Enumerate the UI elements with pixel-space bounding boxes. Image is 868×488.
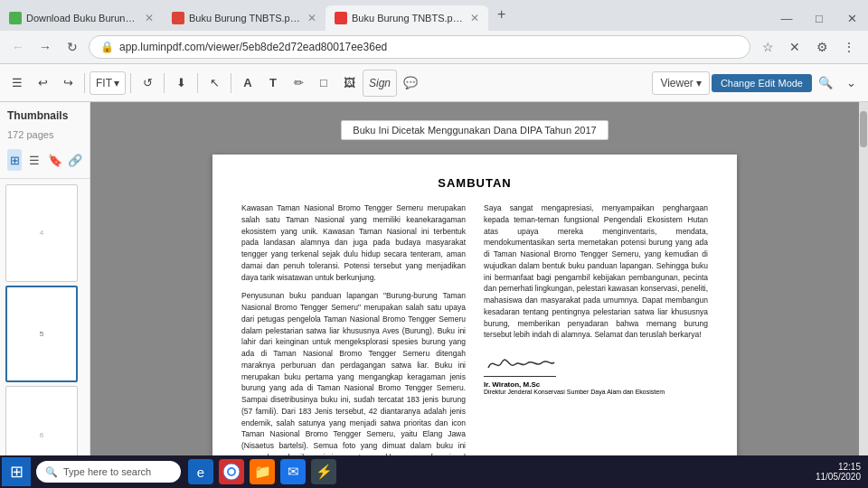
page-heading: SAMBUTAN <box>241 176 708 190</box>
more-button[interactable]: ⋮ <box>837 35 861 59</box>
sidebar-title: Thumbnails <box>0 102 90 129</box>
cursor-button[interactable]: ↖ <box>203 70 226 97</box>
taskbar-chrome-icon[interactable] <box>219 459 244 484</box>
signature-title: Direktur Jenderal Konservasi Sumber Daya… <box>484 389 665 395</box>
windows-start-button[interactable]: ⊞ <box>2 457 31 486</box>
shape-button[interactable]: □ <box>312 70 335 97</box>
list-view-button[interactable]: ☰ <box>27 149 42 171</box>
annotation-view-button[interactable]: 🔖 <box>48 149 62 171</box>
thumbnail-page-5[interactable]: 5 <box>5 286 78 383</box>
profile-button[interactable]: ✕ <box>783 35 807 59</box>
lock-icon: 🔒 <box>100 41 114 53</box>
rotate-button[interactable]: ↺ <box>136 70 159 97</box>
taskbar-edge-icon[interactable]: e <box>188 459 213 484</box>
signature-name: Ir. Wiraton, M.Sc <box>484 380 540 389</box>
folder-icon: 📁 <box>254 464 271 480</box>
thumbnail-view-button[interactable]: ⊞ <box>7 149 22 171</box>
sidebar-view-icons: ⊞ ☰ 🔖 🔗 <box>0 145 90 179</box>
window-controls: — □ ✕ <box>770 5 868 31</box>
col2-paragraph-1: Saya sangat mengapresiasi, menyampaikan … <box>484 202 708 341</box>
taskbar-search-placeholder: Type here to search <box>63 466 151 477</box>
tab-2-favicon <box>172 12 184 24</box>
taskbar-search-icon: 🔍 <box>45 466 58 478</box>
fit-dropdown[interactable]: FIT ▾ <box>90 71 126 95</box>
address-field[interactable]: 🔒 app.luminpdf.com/viewer/5eb8de2d72ead8… <box>89 35 750 59</box>
separator-1 <box>84 73 85 93</box>
tab-1-favicon <box>9 12 22 24</box>
address-bar-icons: ☆ ✕ ⚙ ⋮ <box>756 35 861 59</box>
main-area: Thumbnails 172 pages ⊞ ☰ 🔖 🔗 4 5 6 Buku … <box>0 102 868 488</box>
mail-icon: ✉ <box>288 464 299 480</box>
taskbar-clock: 12:15 11/05/2020 <box>816 462 861 482</box>
thumbnail-page-4[interactable]: 4 <box>5 184 78 282</box>
sign-button[interactable]: Sign <box>363 70 397 97</box>
download-button[interactable]: ⬇ <box>169 70 193 97</box>
edge-icon: e <box>197 465 204 480</box>
separator-5 <box>231 73 231 93</box>
taskbar-folder-icon[interactable]: 📁 <box>250 459 275 484</box>
text2-button[interactable]: T <box>261 70 285 97</box>
tab-3-favicon <box>335 12 347 24</box>
viewer-arrow: ▾ <box>696 77 702 89</box>
extension-button[interactable]: ⚙ <box>810 35 834 59</box>
fit-label: FIT <box>96 77 112 89</box>
thumbnail-area: 4 5 6 <box>0 179 90 488</box>
tab-1-close[interactable]: ✕ <box>145 12 154 24</box>
taskbar-mail-icon[interactable]: ✉ <box>280 459 306 484</box>
search-button[interactable]: 🔍 <box>814 70 837 97</box>
scrollbar-track[interactable] <box>859 102 868 488</box>
viewer-label: Viewer <box>660 77 693 89</box>
tab-1[interactable]: Download Buku Burung Taman N... ✕ <box>0 5 163 31</box>
pdf-page: SAMBUTAN Kawasan Taman Nasional Bromo Te… <box>212 155 737 480</box>
back-page-button[interactable]: ↩ <box>31 70 54 97</box>
minimize-button[interactable]: — <box>770 5 803 31</box>
address-text: app.luminpdf.com/viewer/5eb8de2d72ead800… <box>119 41 739 53</box>
viewer-dropdown[interactable]: Viewer ▾ <box>652 71 709 95</box>
tab-2-title: Buku Burung TNBTS.pdf - Googl... <box>189 13 302 23</box>
tab-3-close[interactable]: ✕ <box>470 12 479 24</box>
more-options-button[interactable]: ⌄ <box>839 70 863 97</box>
taskbar-time: 12:15 <box>816 462 861 472</box>
refresh-button[interactable]: ↻ <box>61 36 83 58</box>
text-tool-button[interactable]: A <box>236 70 259 97</box>
tab-bar: Download Buku Burung Taman N... ✕ Buku B… <box>0 0 868 31</box>
taskbar-app-icons: e 📁 ✉ ⚡ <box>188 459 336 484</box>
scrollbar-thumb[interactable] <box>860 111 867 147</box>
maximize-button[interactable]: □ <box>803 5 835 31</box>
separator-2 <box>130 73 131 93</box>
tab-3-title: Buku Burung TNBTS.pdf - Lumin... <box>352 13 465 23</box>
bookmark-view-button[interactable]: 🔗 <box>68 149 82 171</box>
draw-button[interactable]: ✏ <box>287 70 310 97</box>
address-bar: ← → ↻ 🔒 app.luminpdf.com/viewer/5eb8de2d… <box>0 31 868 63</box>
column-right: Saya sangat mengapresiasi, menyampaikan … <box>484 202 708 488</box>
forward-button[interactable]: → <box>34 36 56 58</box>
tab-3[interactable]: Buku Burung TNBTS.pdf - Lumin... ✕ <box>326 5 488 31</box>
tab-2-close[interactable]: ✕ <box>307 12 316 24</box>
taskbar-bluetooth-icon[interactable]: ⚡ <box>311 459 336 484</box>
sidebar-page-count: 172 pages <box>0 129 90 145</box>
separator-4 <box>197 73 198 93</box>
signature-area: Ir. Wiraton, M.Sc Direktur Jenderal Kons… <box>484 350 708 395</box>
bookmark-button[interactable]: ☆ <box>756 35 779 59</box>
next-page-button[interactable]: ↪ <box>56 70 80 97</box>
browser-chrome: Download Buku Burung Taman N... ✕ Buku B… <box>0 0 868 64</box>
signature-svg <box>484 350 556 375</box>
taskbar: ⊞ 🔍 Type here to search e 📁 ✉ ⚡ 12:15 11… <box>0 455 868 488</box>
signature-image <box>484 350 556 377</box>
column-left: Kawasan Taman Nasional Bromo Tengger Sem… <box>241 202 466 488</box>
sidebar-toggle-button[interactable]: ☰ <box>5 70 29 97</box>
col1-paragraph-1: Kawasan Taman Nasional Bromo Tengger Sem… <box>241 202 466 283</box>
new-tab-button[interactable]: + <box>488 0 514 31</box>
comment-button[interactable]: 💬 <box>399 70 422 97</box>
back-button[interactable]: ← <box>7 36 29 58</box>
tab-2[interactable]: Buku Burung TNBTS.pdf - Googl... ✕ <box>163 5 326 31</box>
image-button[interactable]: 🖼 <box>337 70 361 97</box>
fit-arrow: ▾ <box>114 77 119 89</box>
taskbar-search-box[interactable]: 🔍 Type here to search <box>36 461 181 483</box>
pdf-content-area: Buku Ini Dicetak Menggunakan Dana DIPA T… <box>90 102 859 488</box>
change-edit-mode-button[interactable]: Change Edit Mode <box>712 74 812 92</box>
taskbar-date: 11/05/2020 <box>816 472 861 482</box>
page-note: Buku Ini Dicetak Menggunakan Dana DIPA T… <box>341 120 608 140</box>
close-button[interactable]: ✕ <box>835 5 868 31</box>
pdf-toolbar: ☰ ↩ ↪ FIT ▾ ↺ ⬇ ↖ A T ✏ □ 🖼 Sign 💬 Viewe… <box>0 64 868 102</box>
